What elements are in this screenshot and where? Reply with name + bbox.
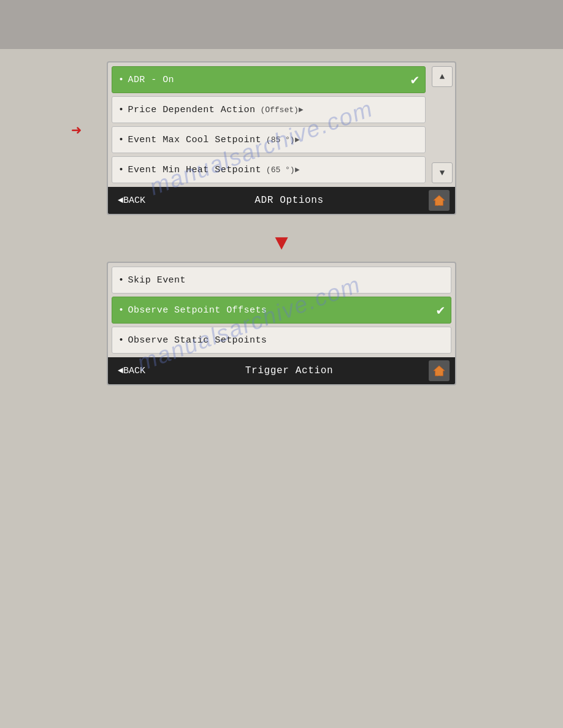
max-cool-bullet: •: [118, 135, 124, 145]
max-cool-suffix: (85 °): [266, 135, 295, 145]
max-cool-arrow: ►: [295, 135, 300, 145]
min-heat-suffix: (65 °): [266, 165, 295, 175]
list-item-observe-static[interactable]: • Observe Static Setpoints: [112, 327, 451, 354]
static-label: Observe Static Setpoints: [128, 335, 267, 346]
min-heat-label: Event Min Heat Setpoint: [128, 165, 261, 175]
panel1-footer: ◄BACK ADR Options: [108, 187, 455, 214]
panel1: • ADR - On ✔ • Price Dependent Action (O…: [107, 61, 456, 215]
price-dep-arrow: ►: [299, 105, 304, 115]
arrow-right-indicator: ➜: [71, 120, 82, 141]
panel2-wrapper: • Skip Event • Observe Setpoint Offsets …: [107, 262, 456, 385]
price-dep-suffix: (Offset): [260, 105, 298, 115]
panel2-list: • Skip Event • Observe Setpoint Offsets …: [108, 263, 455, 357]
list-item-event-max-cool[interactable]: • Event Max Cool Setpoint (85 °) ►: [112, 126, 426, 153]
panel1-list: • ADR - On ✔ • Price Dependent Action (O…: [108, 63, 429, 187]
adr-on-check: ✔: [411, 72, 419, 88]
arrow-right-icon: ➜: [71, 120, 82, 141]
panel2-home-button[interactable]: [423, 357, 455, 384]
panel1-title: ADR Options: [155, 195, 423, 206]
top-bar: [0, 0, 563, 49]
offsets-check: ✔: [437, 302, 445, 319]
panel1-back-button[interactable]: ◄BACK: [108, 187, 155, 214]
price-dep-bullet: •: [118, 105, 124, 115]
arrow-down-icon: ▼: [275, 231, 288, 256]
panel2: • Skip Event • Observe Setpoint Offsets …: [107, 262, 456, 385]
skip-label: Skip Event: [128, 275, 186, 286]
home-icon: [432, 194, 446, 207]
panel2-title: Trigger Action: [155, 365, 423, 376]
panel1-home-button[interactable]: [423, 187, 455, 214]
panel1-scrollbar: [429, 63, 455, 187]
max-cool-label: Event Max Cool Setpoint: [128, 135, 261, 145]
list-item-event-min-heat[interactable]: • Event Min Heat Setpoint (65 °) ►: [112, 156, 426, 183]
panel1-wrapper: ➜ • ADR - On ✔ • Price Dependent Action …: [107, 61, 456, 215]
page-content: ➜ • ADR - On ✔ • Price Dependent Action …: [0, 49, 563, 408]
adr-on-text: •: [118, 75, 124, 85]
list-item-price-dependent[interactable]: • Price Dependent Action (Offset) ►: [112, 96, 426, 123]
list-item-observe-offsets[interactable]: • Observe Setpoint Offsets ✔: [112, 297, 451, 324]
panel1-body: • ADR - On ✔ • Price Dependent Action (O…: [108, 63, 455, 187]
adr-on-label: ADR - On: [128, 75, 174, 85]
list-item-skip-event[interactable]: • Skip Event: [112, 267, 451, 294]
scroll-down-button[interactable]: [432, 162, 453, 183]
panel2-body: • Skip Event • Observe Setpoint Offsets …: [108, 263, 455, 357]
skip-bullet: •: [118, 275, 124, 286]
panel2-footer: ◄BACK Trigger Action: [108, 357, 455, 384]
svg-rect-3: [437, 372, 441, 376]
min-heat-bullet: •: [118, 165, 124, 175]
min-heat-arrow: ►: [295, 165, 300, 175]
scroll-up-button[interactable]: [432, 66, 453, 87]
static-bullet: •: [118, 335, 124, 346]
list-item-adr-on[interactable]: • ADR - On ✔: [112, 66, 426, 93]
home-icon-box: [429, 190, 450, 211]
home-icon2: [432, 364, 446, 377]
panel-gap: ▼: [107, 225, 456, 262]
offsets-bullet: •: [118, 305, 124, 316]
svg-rect-1: [437, 202, 441, 205]
home-icon-box2: [429, 360, 450, 381]
panel2-back-button[interactable]: ◄BACK: [108, 357, 155, 384]
price-dep-label: Price Dependent Action: [128, 105, 255, 115]
offsets-label: Observe Setpoint Offsets: [128, 305, 267, 316]
